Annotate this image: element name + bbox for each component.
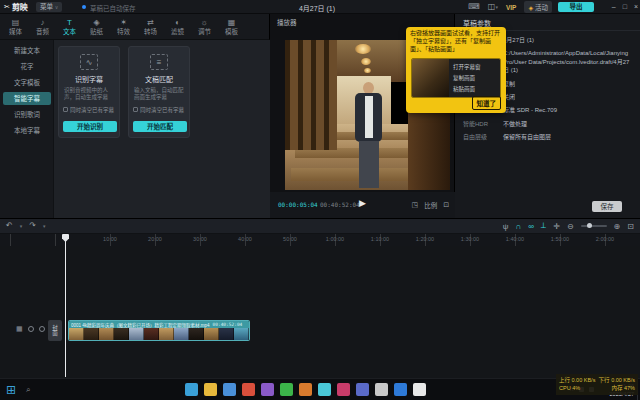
ruler-tick-label: 1:40:00	[506, 236, 524, 242]
fit-view-icon[interactable]: ◳	[412, 201, 419, 209]
template-icon: ▦	[228, 18, 236, 27]
mute-track-icon[interactable]	[39, 326, 45, 332]
media-icon: ▤	[12, 18, 20, 27]
sidebar-item-text-template[interactable]: 文字模板	[3, 76, 51, 89]
taskbar-app-icon[interactable]	[394, 383, 407, 396]
cover-button[interactable]: 封面	[48, 320, 62, 341]
ribbon-tab-label: 调节	[198, 28, 211, 36]
ribbon-tab-sticker[interactable]: ◈贴纸	[83, 15, 110, 39]
ribbon-tab-text[interactable]: T文本	[56, 15, 83, 39]
timeline-ruler[interactable]: 10:0020:0030:0040:0050:001:00:001:10:001…	[0, 234, 640, 246]
ribbon-tab-label: 音频	[36, 28, 49, 36]
start-match-button[interactable]: 开始匹配	[133, 121, 187, 132]
taskbar-app-icon[interactable]	[356, 383, 369, 396]
recognize-subtitles-card: ∿ 识别字幕 识别音视频中的人声，自动生成字幕 同时清空已有字幕 开始识别	[58, 46, 120, 138]
taskbar-app-icon[interactable]	[299, 383, 312, 396]
fullscreen-icon[interactable]: ⊡	[443, 201, 449, 209]
adjust-icon: ☼	[201, 18, 208, 27]
clear-existing-checkbox[interactable]: 同时清空已有字幕	[63, 106, 115, 114]
card-description: 输入文稿，自动匹配画面生成字幕	[134, 87, 184, 102]
chandelier	[364, 68, 371, 73]
maximize-button[interactable]: □	[623, 1, 627, 13]
ribbon-tab-adjust[interactable]: ☼调节	[191, 15, 218, 39]
taskbar-app-icon[interactable]	[413, 383, 426, 396]
sidebar-item-smart-captions[interactable]: 智能字幕	[3, 92, 51, 105]
activity-button[interactable]: ◈ 活动	[524, 1, 552, 13]
zoom-out-icon[interactable]: ⊖	[567, 222, 574, 231]
clip-thumbnail	[219, 328, 234, 341]
sidebar-item-new-text[interactable]: 新建文本	[3, 44, 51, 57]
got-it-button[interactable]: 知道了	[472, 96, 502, 110]
timeline-zoom-slider[interactable]	[581, 225, 607, 227]
ribbon-tab-media[interactable]: ▤媒体	[2, 15, 29, 39]
lock-track-icon[interactable]	[28, 326, 34, 332]
record-voiceover-icon[interactable]: ψ	[503, 222, 509, 231]
clear-existing-checkbox[interactable]: 同时清空已有字幕	[133, 106, 185, 114]
link-tracks-icon[interactable]: ∞	[528, 222, 534, 231]
ribbon-tab-transition[interactable]: ⇄转场	[137, 15, 164, 39]
param-label: 智能HDR	[463, 120, 503, 128]
ribbon-tab-template[interactable]: ▦模板	[218, 15, 245, 39]
ruler-tick-label: 20:00	[148, 236, 162, 242]
ribbon-tab-effects[interactable]: ✶特效	[110, 15, 137, 39]
taskbar-app-icon[interactable]	[337, 383, 350, 396]
clip-thumbnail	[144, 328, 159, 341]
close-button[interactable]: ×	[634, 1, 638, 13]
preview-axis-icon[interactable]: ⟂	[541, 221, 546, 231]
fit-timeline-icon[interactable]: ⊡	[627, 222, 634, 231]
autosave-status: 草稿已自动保存	[90, 3, 136, 13]
sidebar-item-fancy-text[interactable]: 花字	[3, 60, 51, 73]
export-button[interactable]: 导出	[558, 2, 594, 12]
chevron-down-icon: ∨	[55, 4, 59, 10]
start-button[interactable]: ⊞	[6, 383, 16, 397]
minimize-button[interactable]: –	[612, 1, 616, 13]
layout-icon[interactable]: ◫▾	[488, 1, 498, 13]
search-icon[interactable]: ⌕	[26, 385, 30, 395]
zoom-in-icon[interactable]: ⊕	[614, 222, 621, 231]
crosshair-icon[interactable]: ✛	[553, 222, 560, 231]
keyboard-shortcuts-icon[interactable]: ⌨	[468, 1, 480, 13]
undo-icon[interactable]: ↶	[6, 221, 13, 230]
param-value: 标准 SDR - Rec.709	[503, 106, 557, 114]
ribbon-tab-audio[interactable]: ♪音频	[29, 15, 56, 39]
clip-thumbnail	[114, 328, 129, 341]
ruler-tick-label: 40:00	[238, 236, 252, 242]
taskbar-app-icon[interactable]	[375, 383, 388, 396]
playhead-line[interactable]	[65, 234, 66, 377]
tooltip-text: 右键播放器画面试试看，支持打开「独立字幕窗」，还有「复制画面」、「粘贴画面」	[410, 30, 502, 53]
slider-knob[interactable]	[587, 223, 592, 228]
timeline-tracks[interactable]: ▦ 封面 0001 4k精彩周年庆典（图文精彩已开场）精彩工程定期领取素材.mp…	[0, 246, 640, 379]
param-value: 不做处理	[503, 120, 527, 128]
taskbar-app-icon[interactable]	[204, 383, 217, 396]
menu-button[interactable]: 菜单 ∨	[36, 2, 62, 12]
magnet-snap-icon[interactable]: ∩	[515, 222, 521, 231]
ribbon-tab-filter[interactable]: ◐滤镜	[164, 15, 191, 39]
taskbar-app-icon[interactable]	[318, 383, 331, 396]
cpu-stat: CPU 4%	[559, 384, 580, 392]
sidebar-item-lyrics-recognition[interactable]: 识别歌词	[3, 108, 51, 121]
checkbox-icon	[63, 107, 68, 112]
net-up-stat: 上行 0.00 KB/s	[559, 376, 595, 384]
chevron-down-icon[interactable]: ▾	[43, 223, 46, 229]
ribbon-tab-label: 滤镜	[171, 28, 184, 36]
aspect-ratio-button[interactable]: 比例	[424, 200, 437, 210]
taskbar-app-icon[interactable]	[261, 383, 274, 396]
clip-thumbnail	[69, 328, 84, 341]
ribbon-tab-label: 特效	[117, 28, 130, 36]
save-button[interactable]: 保存	[592, 201, 622, 212]
taskbar-app-icon[interactable]	[242, 383, 255, 396]
video-clip[interactable]: 0001 4k精彩周年庆典（图文精彩已开场）精彩工程定期领取素材.mp4 00:…	[68, 320, 250, 341]
clip-filmstrip	[69, 328, 249, 341]
taskbar-app-icon[interactable]	[280, 383, 293, 396]
autosave-indicator-icon	[82, 5, 86, 9]
track-options-icon[interactable]: ▦	[16, 325, 23, 333]
ribbon-tab-label: 文本	[63, 28, 76, 36]
vip-badge[interactable]: VIP	[506, 4, 516, 11]
redo-icon[interactable]: ↷	[29, 221, 36, 230]
start-recognition-button[interactable]: 开始识别	[63, 121, 117, 132]
chevron-down-icon[interactable]: ▾	[20, 223, 23, 229]
play-button[interactable]: ▶	[359, 198, 366, 208]
taskbar-app-icon[interactable]	[185, 383, 198, 396]
sidebar-item-local-captions[interactable]: 本地字幕	[3, 124, 51, 137]
taskbar-app-icon[interactable]	[223, 383, 236, 396]
